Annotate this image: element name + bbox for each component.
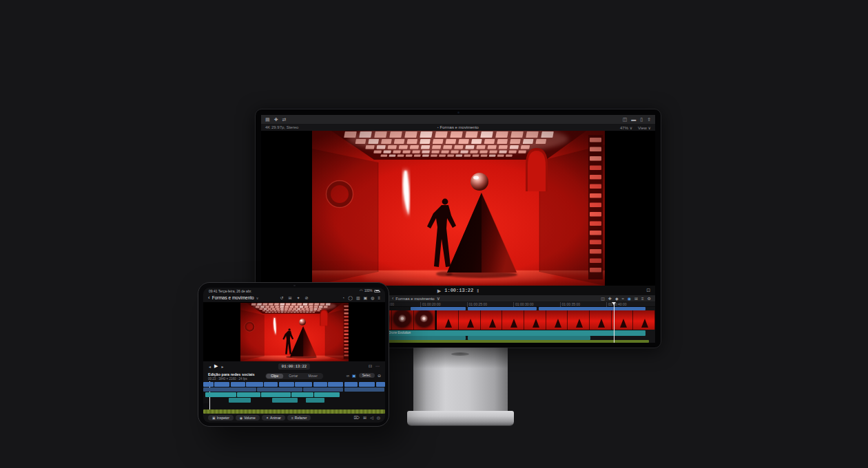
- duplicate-icon[interactable]: ⊞: [363, 416, 366, 420]
- film-frame[interactable]: [502, 310, 524, 330]
- settings-icon[interactable]: ≡: [378, 296, 380, 300]
- film-frame[interactable]: [633, 310, 655, 330]
- film-frame[interactable]: [590, 310, 612, 330]
- more-button[interactable]: ⊖: [378, 374, 381, 378]
- layout-timeline-icon[interactable]: ▬: [631, 117, 636, 122]
- loop-button[interactable]: ‖: [477, 288, 479, 293]
- inspector-button[interactable]: ▣Inspetor: [208, 415, 234, 421]
- ruler-label: 01:00:40:00: [606, 302, 626, 307]
- share-icon[interactable]: ⇧: [647, 117, 651, 122]
- film-frame[interactable]: [568, 310, 590, 330]
- snapping-icon[interactable]: ⊞: [634, 297, 638, 301]
- disable-icon[interactable]: ⊘: [305, 296, 309, 300]
- ipad-clip-titles[interactable]: [313, 382, 327, 387]
- zoom-icon[interactable]: ⊡: [369, 364, 372, 368]
- ipad-clip-titles[interactable]: [203, 382, 214, 387]
- insert-icon[interactable]: ✚: [608, 297, 612, 301]
- ipad-clip-overlay-video[interactable]: [344, 387, 384, 392]
- ipad-clip-music-a[interactable]: [205, 392, 236, 397]
- effects-icon[interactable]: ≈: [622, 297, 624, 301]
- ipad-clip-titles[interactable]: [359, 382, 375, 387]
- film-frame[interactable]: [392, 310, 414, 330]
- ipad-clip-connected-clip[interactable]: [203, 403, 209, 409]
- ipad-clip-overlay-video[interactable]: [203, 387, 256, 392]
- mac-toolbar-right: ◫▬▯⇧: [623, 117, 651, 122]
- ipad-clip-titles[interactable]: [376, 382, 385, 387]
- mode-cortar[interactable]: Cortar: [284, 374, 302, 379]
- film-frame[interactable]: [612, 310, 634, 330]
- film-frame[interactable]: [459, 310, 481, 330]
- ipad-clip-overlay-video[interactable]: [303, 387, 343, 392]
- timeline-clip-titles[interactable]: [539, 307, 645, 310]
- film-frame[interactable]: [414, 310, 436, 330]
- ipad-clip-titles[interactable]: [344, 382, 358, 387]
- ipad-clip-music-a[interactable]: [291, 392, 313, 397]
- overlay-toggle-icon[interactable]: ▣: [352, 374, 356, 378]
- ipad-clip-titles[interactable]: [214, 382, 229, 387]
- ipad-clip-titles[interactable]: [328, 382, 343, 387]
- loop-icon[interactable]: ∞: [347, 374, 349, 378]
- skimming-icon[interactable]: ◉: [628, 297, 631, 301]
- timeline-clip-music-1[interactable]: Drone Evolution: [387, 330, 645, 336]
- ipad-clip-music-a[interactable]: [261, 392, 290, 397]
- film-frame[interactable]: [481, 310, 503, 330]
- settings-icon[interactable]: ⚙: [648, 297, 651, 301]
- timer-icon[interactable]: ◔: [342, 296, 345, 300]
- ipad-clip-music-b[interactable]: [272, 398, 298, 403]
- play-button[interactable]: ▶: [437, 288, 441, 293]
- timeline-clip-titles[interactable]: [411, 307, 466, 310]
- ipad-clip-music-b[interactable]: [229, 398, 251, 403]
- marker-icon[interactable]: ◆: [615, 297, 619, 301]
- speaker-icon[interactable]: ◁: [370, 416, 373, 420]
- mode-clipe[interactable]: Clipe: [266, 374, 283, 379]
- layout-browser-icon[interactable]: ◫: [623, 117, 628, 122]
- ipad-project-name[interactable]: Formas e movimento: [212, 295, 254, 300]
- import-icon[interactable]: ✚: [274, 117, 278, 122]
- ipad-clip-music-a[interactable]: [237, 392, 260, 397]
- play-button[interactable]: ▶: [214, 363, 218, 369]
- effects-icon[interactable]: ✦: [297, 296, 300, 300]
- film-frame[interactable]: [546, 310, 568, 330]
- ipad-clip-music-a[interactable]: [314, 392, 340, 397]
- playhead[interactable]: [614, 302, 614, 343]
- battery-icon: [374, 290, 380, 292]
- film-frame[interactable]: [435, 310, 459, 330]
- ipad-clip-titles[interactable]: [279, 382, 294, 387]
- layers-icon[interactable]: ◍: [371, 296, 374, 300]
- record-icon[interactable]: ◯: [348, 296, 353, 300]
- redo-button[interactable]: ≡Refazer: [287, 415, 311, 421]
- media-icon[interactable]: ▣: [364, 296, 368, 300]
- ipad-clip-overlay-video[interactable]: [257, 387, 302, 392]
- undo-icon[interactable]: ↺: [280, 296, 283, 300]
- timeline-project-name[interactable]: Formas e movimento: [395, 297, 434, 301]
- skip-back-button[interactable]: ◂: [209, 364, 211, 369]
- tools-icon[interactable]: ⇄: [282, 117, 287, 122]
- back-button[interactable]: ‹: [208, 295, 210, 301]
- ipad-clip-music-b[interactable]: [306, 398, 324, 403]
- ipad-clip-titles[interactable]: [295, 382, 312, 387]
- skip-forward-button[interactable]: ▸: [221, 364, 223, 369]
- voiceover-icon[interactable]: ◎: [377, 416, 380, 420]
- animate-button[interactable]: ✦Animar: [262, 415, 285, 421]
- ipad-clip-titles[interactable]: [246, 382, 263, 387]
- copy-icon[interactable]: ⊞: [288, 296, 291, 300]
- audio-icon[interactable]: ≡: [641, 297, 644, 301]
- viewer-view-dropdown[interactable]: View ∨: [638, 125, 651, 130]
- viewer-zoom-dropdown[interactable]: 47% ∨: [620, 125, 632, 130]
- ipad-clip-titles[interactable]: [264, 382, 278, 387]
- mode-mover[interactable]: Mover: [303, 374, 322, 379]
- volume-button[interactable]: ◉Volume: [236, 415, 260, 421]
- ipad-timeline[interactable]: [203, 381, 385, 413]
- ipad-clip-titles[interactable]: [231, 382, 245, 387]
- index-icon[interactable]: ◫: [601, 297, 605, 301]
- timeline-clip-titles[interactable]: [468, 307, 537, 310]
- back-arrow[interactable]: ‹: [392, 296, 393, 301]
- trash-icon[interactable]: ⌦: [354, 416, 360, 420]
- index-icon[interactable]: ▤: [265, 117, 270, 122]
- keyboard-icon[interactable]: ▥: [356, 296, 360, 300]
- fullscreen-button[interactable]: ⊡: [646, 288, 650, 292]
- film-frame[interactable]: [524, 310, 546, 330]
- layout-inspector-icon[interactable]: ▯: [640, 117, 643, 122]
- more-icon[interactable]: ⋯: [375, 364, 380, 368]
- select-button[interactable]: Selec.: [359, 373, 375, 378]
